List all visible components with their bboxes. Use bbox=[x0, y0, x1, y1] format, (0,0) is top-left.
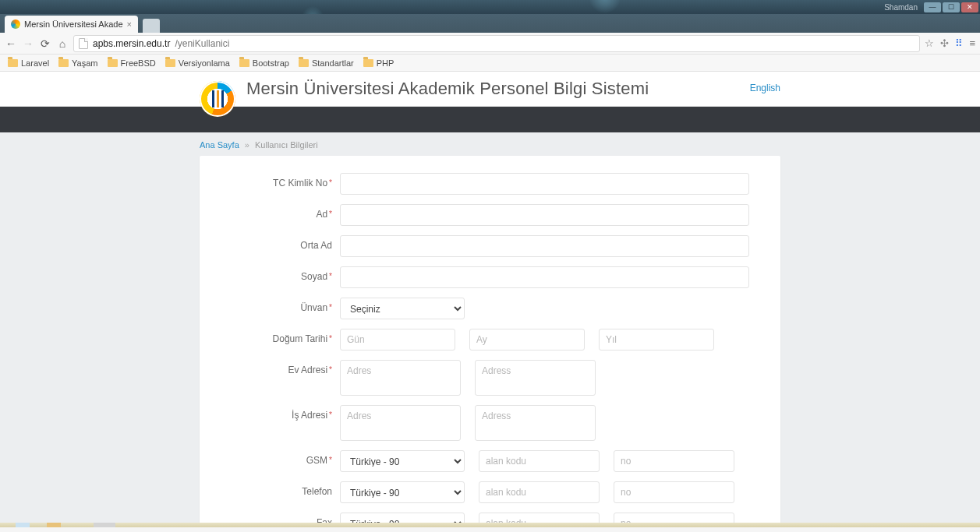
extension-icon[interactable]: ✣ bbox=[940, 37, 949, 49]
required-icon: * bbox=[329, 365, 332, 374]
gsm-country-select[interactable]: Türkiye - 90 bbox=[340, 450, 465, 472]
bookmark-label: PHP bbox=[377, 58, 394, 68]
folder-icon bbox=[58, 59, 69, 67]
ad-input[interactable] bbox=[340, 204, 749, 226]
new-tab-button[interactable] bbox=[143, 19, 160, 33]
titlebar-texture bbox=[94, 0, 824, 14]
chrome-menu-icon[interactable]: ≡ bbox=[969, 37, 975, 49]
is-adres-1-input[interactable] bbox=[340, 405, 461, 441]
breadcrumb-current: Kullanıcı Bilgileri bbox=[255, 140, 318, 150]
back-button[interactable]: ← bbox=[5, 37, 17, 50]
label-orta-ad: Orta Ad bbox=[300, 240, 332, 251]
bookmark-star-icon[interactable]: ☆ bbox=[925, 37, 934, 49]
folder-icon bbox=[299, 59, 309, 67]
browser-tab-strip: Mersin Üniversitesi Akade × bbox=[0, 14, 980, 33]
page-viewport: Mersin Üniversitesi Akademik Personel Bi… bbox=[0, 72, 980, 527]
label-telefon: Telefon bbox=[302, 486, 332, 497]
telefon-country-select[interactable]: Türkiye - 90 bbox=[340, 481, 465, 503]
bookmark-label: Versiyonlama bbox=[179, 58, 230, 68]
bookmark-item[interactable]: FreeBSD bbox=[104, 58, 159, 68]
bookmark-item[interactable]: PHP bbox=[360, 58, 398, 68]
label-dogum: Doğum Tarihi bbox=[273, 333, 327, 344]
ev-adres-2-input[interactable] bbox=[475, 360, 596, 396]
folder-icon bbox=[363, 59, 373, 67]
folder-icon bbox=[165, 59, 175, 67]
os-taskbar-sliver bbox=[0, 523, 980, 527]
folder-icon bbox=[108, 59, 118, 67]
required-icon: * bbox=[329, 456, 332, 464]
breadcrumb-separator: » bbox=[242, 140, 253, 150]
label-ad: Ad bbox=[316, 209, 327, 220]
dogum-yil-input[interactable] bbox=[599, 329, 714, 351]
bookmark-item[interactable]: Yaşam bbox=[55, 58, 101, 68]
bookmark-item[interactable]: Laravel bbox=[5, 58, 52, 68]
bookmark-item[interactable]: Bootstrap bbox=[236, 58, 292, 68]
browser-tab-active[interactable]: Mersin Üniversitesi Akade × bbox=[5, 16, 138, 33]
folder-icon bbox=[239, 59, 249, 67]
tab-close-icon[interactable]: × bbox=[127, 19, 132, 29]
primary-nav-bar bbox=[0, 107, 980, 132]
required-icon: * bbox=[329, 303, 332, 312]
label-tc: TC Kimlik No bbox=[273, 178, 327, 188]
toolbar-right: ☆ ✣ ⠿ ≡ bbox=[925, 37, 975, 49]
telefon-number-input[interactable] bbox=[614, 481, 734, 503]
url-path: /yeniKullanici bbox=[175, 38, 229, 49]
folder-icon bbox=[8, 59, 18, 67]
page-icon bbox=[79, 38, 88, 49]
dogum-ay-input[interactable] bbox=[469, 329, 585, 351]
required-icon: * bbox=[329, 410, 332, 419]
breadcrumb: Ana Sayfa » Kullanıcı Bilgileri bbox=[200, 132, 780, 156]
orta-ad-input[interactable] bbox=[340, 235, 749, 257]
language-link[interactable]: English bbox=[750, 83, 780, 93]
translate-icon[interactable]: ⠿ bbox=[955, 37, 963, 49]
dogum-gun-input[interactable] bbox=[340, 329, 455, 351]
bookmark-label: Standartlar bbox=[312, 58, 354, 68]
forward-button[interactable]: → bbox=[22, 37, 34, 50]
bookmark-item[interactable]: Standartlar bbox=[295, 58, 357, 68]
bookmark-label: Laravel bbox=[21, 58, 49, 68]
university-logo bbox=[200, 81, 235, 117]
telefon-area-input[interactable] bbox=[479, 481, 600, 503]
site-header: Mersin Üniversitesi Akademik Personel Bi… bbox=[0, 72, 980, 107]
bookmark-item[interactable]: Versiyonlama bbox=[162, 58, 233, 68]
required-icon: * bbox=[329, 210, 332, 218]
tab-title: Mersin Üniversitesi Akade bbox=[24, 19, 123, 29]
gsm-number-input[interactable] bbox=[614, 450, 734, 472]
browser-toolbar: ← → ⟳ ⌂ apbs.mersin.edu.tr/yeniKullanici… bbox=[0, 33, 980, 55]
os-user-label: Shamdan bbox=[884, 3, 918, 12]
label-ev-adres: Ev Adresi bbox=[288, 365, 327, 375]
window-minimize-button[interactable]: — bbox=[924, 2, 941, 12]
label-soyad: Soyad bbox=[301, 271, 327, 282]
reload-button[interactable]: ⟳ bbox=[39, 37, 51, 50]
required-icon: * bbox=[329, 178, 332, 187]
ev-adres-1-input[interactable] bbox=[340, 360, 461, 396]
label-unvan: Ünvan bbox=[300, 302, 327, 313]
bookmark-label: FreeBSD bbox=[121, 58, 156, 68]
home-button[interactable]: ⌂ bbox=[56, 37, 69, 50]
site-title: Mersin Üniversitesi Akademik Personel Bi… bbox=[246, 79, 649, 99]
gsm-area-input[interactable] bbox=[479, 450, 600, 472]
soyad-input[interactable] bbox=[340, 266, 749, 288]
url-host: apbs.mersin.edu.tr bbox=[93, 38, 170, 49]
bookmarks-bar: Laravel Yaşam FreeBSD Versiyonlama Boots… bbox=[0, 55, 980, 72]
required-icon: * bbox=[329, 272, 332, 280]
favicon-icon bbox=[11, 19, 20, 29]
window-close-button[interactable]: ✕ bbox=[961, 2, 978, 12]
form-card: TC Kimlik No* Ad* Orta Ad Soyad* Ünvan* … bbox=[200, 156, 780, 527]
bookmark-label: Yaşam bbox=[72, 58, 97, 68]
tc-kimlik-input[interactable] bbox=[340, 173, 749, 195]
bookmark-label: Bootstrap bbox=[253, 58, 289, 68]
window-maximize-button[interactable]: ☐ bbox=[943, 2, 960, 12]
breadcrumb-home-link[interactable]: Ana Sayfa bbox=[200, 140, 239, 150]
label-is-adres: İş Adresi bbox=[292, 410, 327, 421]
address-bar[interactable]: apbs.mersin.edu.tr/yeniKullanici bbox=[73, 35, 920, 52]
label-gsm: GSM bbox=[306, 455, 327, 466]
is-adres-2-input[interactable] bbox=[475, 405, 596, 441]
os-titlebar: Shamdan — ☐ ✕ bbox=[0, 0, 980, 14]
unvan-select[interactable]: Seçiniz bbox=[340, 298, 465, 319]
required-icon: * bbox=[329, 334, 332, 343]
